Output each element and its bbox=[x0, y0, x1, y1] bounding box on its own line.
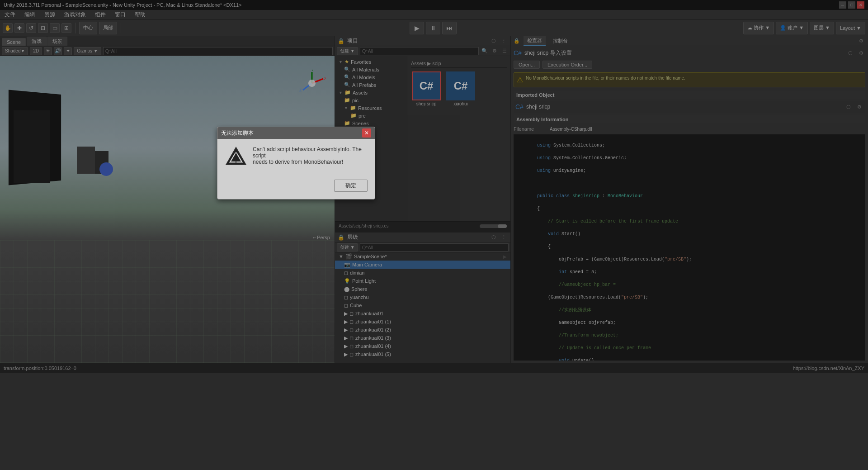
window-controls: ─ □ ✕ bbox=[839, 1, 864, 9]
menu-file[interactable]: 文件 bbox=[3, 11, 17, 19]
maximize-button[interactable]: □ bbox=[848, 1, 855, 9]
layers-button[interactable]: 图层 ▼ bbox=[810, 22, 834, 34]
hierarchy-list: ▼ 🎬 SampleScene* ▶ 📷 Main Camera ◻ dimia… bbox=[335, 252, 510, 363]
dialog-ok-button[interactable]: 确定 bbox=[334, 180, 368, 192]
pre-folder[interactable]: 📁 pre bbox=[335, 112, 407, 119]
hierarchy-zhuankuai1-5[interactable]: ▶ ◻ zhuankuai01 (5) bbox=[335, 350, 510, 358]
asset-item-xiaohui[interactable]: C# xiaohui bbox=[445, 71, 476, 106]
scene-effect-btn[interactable]: ✦ bbox=[64, 47, 72, 55]
layout-button[interactable]: Layout ▼ bbox=[836, 22, 865, 34]
gizmos-btn[interactable]: Gizmos ▼ bbox=[74, 47, 101, 55]
imported-obj-settings-icon[interactable]: ⚙ bbox=[855, 103, 863, 111]
menu-component[interactable]: 组件 bbox=[93, 11, 108, 19]
minimize-button[interactable]: ─ bbox=[839, 1, 846, 9]
zhuankuai1-3-label: zhuankuai01 (3) bbox=[355, 335, 391, 341]
imported-object-name: sheji sricp bbox=[526, 104, 550, 110]
hierarchy-point-light[interactable]: 💡 Point Light bbox=[335, 277, 510, 285]
cube-label: Cube bbox=[350, 303, 362, 308]
hierarchy-main-camera[interactable]: 📷 Main Camera bbox=[335, 261, 510, 269]
tab-scene2[interactable]: 场景 bbox=[47, 37, 67, 46]
asset-item-sheji[interactable]: C# sheji sricp bbox=[411, 71, 442, 106]
hierarchy-dimian[interactable]: ◻ dimian bbox=[335, 269, 510, 277]
local-global-btn[interactable]: 局部 bbox=[99, 22, 117, 34]
menu-window[interactable]: 窗口 bbox=[113, 11, 127, 19]
zhuankuai1-1-label: zhuankuai01 (1) bbox=[355, 319, 391, 324]
hierarchy-cube[interactable]: ◻ Cube bbox=[335, 301, 510, 309]
menu-assets[interactable]: 资源 bbox=[42, 11, 57, 19]
hierarchy-zhuankuai1-3[interactable]: ▶ ◻ zhuankuai01 (3) bbox=[335, 334, 510, 342]
play-button[interactable]: ▶ bbox=[410, 22, 424, 34]
imported-obj-page-icon[interactable]: ⬡ bbox=[844, 103, 853, 111]
maximize-panel-icon[interactable]: ⬡ bbox=[490, 37, 498, 45]
filename-row: Filename Assembly-CSharp.dll bbox=[514, 125, 865, 133]
hierarchy-yuanzhu[interactable]: ◻ yuanzhu bbox=[335, 293, 510, 301]
yuanzhu-label: yuanzhu bbox=[350, 294, 369, 300]
rect-tool[interactable]: ▭ bbox=[50, 23, 60, 33]
assets-folder[interactable]: ▼ 📁 Assets bbox=[335, 89, 407, 96]
menu-edit[interactable]: 编辑 bbox=[23, 11, 37, 19]
scene-gizmo[interactable]: X Y Z bbox=[298, 70, 326, 97]
hierarchy-zhuankuai1-1[interactable]: ▶ ◻ zhuankuai01 (1) bbox=[335, 318, 510, 326]
hierarchy-max-icon[interactable]: ⬡ bbox=[490, 233, 498, 242]
xiaohui-cs-icon[interactable]: C# bbox=[446, 71, 475, 100]
filter-icon[interactable]: ⚙ bbox=[491, 47, 499, 55]
pic-folder[interactable]: 📁 pic bbox=[335, 96, 407, 104]
pause-button[interactable]: ⏸ bbox=[426, 22, 440, 34]
hierarchy-zhuankuai1-4[interactable]: ▶ ◻ zhuankuai01 (4) bbox=[335, 342, 510, 350]
project-search[interactable] bbox=[360, 47, 479, 55]
close-button[interactable]: ✕ bbox=[857, 1, 864, 9]
hierarchy-panel-icons: ⬡ ⋮ bbox=[490, 233, 508, 242]
scale-tool[interactable]: ⊡ bbox=[38, 23, 48, 33]
shading-mode-btn[interactable]: Shaded ▼ bbox=[2, 47, 28, 55]
lock-icon-inspector: 🔒 bbox=[514, 38, 520, 44]
hierarchy-zhuankuai1[interactable]: ▶ ◻ zhuankuai01 bbox=[335, 309, 510, 318]
inspector-settings-icon[interactable]: ⚙ bbox=[857, 37, 865, 45]
favorites-folder[interactable]: ▼ ★ Favorites bbox=[335, 58, 407, 66]
sheji-cs-icon[interactable]: C# bbox=[412, 71, 441, 100]
scene-root[interactable]: ▼ 🎬 SampleScene* ▶ bbox=[335, 252, 510, 261]
all-prefabs-item[interactable]: 🔍 All Prefabs bbox=[335, 81, 407, 89]
transform-tool[interactable]: ⊞ bbox=[61, 23, 71, 33]
hierarchy-sphere[interactable]: ⬤ Sphere bbox=[335, 285, 510, 293]
menu-help[interactable]: 帮助 bbox=[133, 11, 147, 19]
search-icon[interactable]: 🔍 bbox=[481, 47, 489, 55]
hand-tool[interactable]: ✋ bbox=[3, 23, 13, 33]
zhuankuai1-2-label: zhuankuai01 (2) bbox=[355, 327, 391, 332]
tab-inspector[interactable]: 检查器 bbox=[524, 36, 546, 46]
scene-light-btn[interactable]: ☀ bbox=[44, 47, 52, 55]
open-button[interactable]: Open... bbox=[514, 61, 540, 69]
hierarchy-menu-icon[interactable]: ⋮ bbox=[500, 233, 508, 242]
error-dialog[interactable]: 无法添加脚本 ✕ Can't add script behaviour Asse… bbox=[217, 127, 375, 199]
all-materials-item[interactable]: 🔍 All Materials bbox=[335, 66, 407, 73]
collab-button[interactable]: ☁ 协作 ▼ bbox=[743, 22, 774, 34]
create-btn[interactable]: 创建 ▼ bbox=[337, 47, 358, 55]
hierarchy-zhuankuai1-2[interactable]: ▶ ◻ zhuankuai01 (2) bbox=[335, 326, 510, 334]
scene-sound-btn[interactable]: 🔊 bbox=[54, 47, 62, 55]
account-button[interactable]: 👤 账户 ▼ bbox=[776, 22, 808, 34]
all-models-item[interactable]: 🔍 All Models bbox=[335, 73, 407, 81]
scene-search-input[interactable] bbox=[103, 47, 333, 55]
hierarchy-search[interactable] bbox=[360, 243, 509, 252]
2d-toggle[interactable]: 2D bbox=[30, 47, 42, 55]
breadcrumb-assets[interactable]: Assets bbox=[411, 61, 426, 66]
hierarchy-create-btn[interactable]: 创建 ▼ bbox=[337, 243, 358, 252]
tab-game[interactable]: 游戏 bbox=[27, 37, 47, 46]
tab-scene[interactable]: Scene bbox=[2, 38, 26, 46]
breadcrumb-scip[interactable]: scip bbox=[432, 61, 441, 66]
panel-menu-icon[interactable]: ⋮ bbox=[500, 37, 508, 45]
open-in-editor-icon[interactable]: ⬡ bbox=[846, 49, 854, 57]
execution-order-button[interactable]: Execution Order... bbox=[542, 61, 592, 69]
tab-console[interactable]: 控制台 bbox=[549, 37, 571, 45]
dialog-close-button[interactable]: ✕ bbox=[362, 128, 371, 138]
scene-view[interactable]: X Y Z ←Persp bbox=[0, 56, 335, 363]
step-button[interactable]: ⏭ bbox=[442, 22, 457, 34]
rotate-tool[interactable]: ↺ bbox=[26, 23, 36, 33]
center-pivot-btn[interactable]: 中心 bbox=[79, 22, 97, 34]
view-toggle-icon[interactable]: ☰ bbox=[500, 47, 509, 55]
resources-folder[interactable]: ▼ 📁 Resources bbox=[335, 104, 407, 112]
move-tool[interactable]: ✚ bbox=[14, 23, 24, 33]
scenes-folder[interactable]: 📁 Scenes bbox=[335, 119, 407, 127]
inspector-buttons: Open... Execution Order... bbox=[514, 61, 865, 69]
inspector-script-settings[interactable]: ⚙ bbox=[857, 49, 865, 57]
menu-gameobject[interactable]: 游戏对象 bbox=[62, 11, 88, 19]
